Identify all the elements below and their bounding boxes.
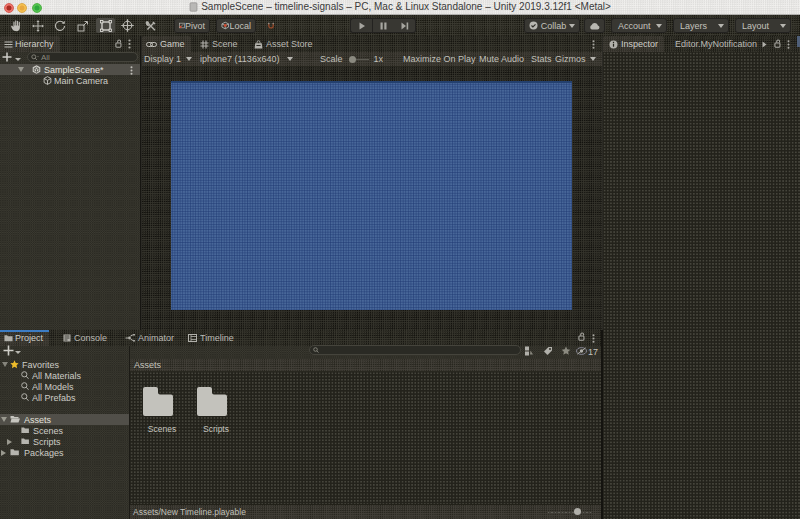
caret-down-icon	[590, 57, 596, 61]
search-by-label-icon[interactable]	[543, 346, 553, 356]
scale-slider-track[interactable]	[356, 59, 369, 60]
tree-row-main-camera[interactable]: Main Camera	[0, 75, 140, 86]
magnet-icon	[267, 22, 275, 30]
plus-icon	[3, 345, 14, 356]
rect-tool-button[interactable]	[96, 18, 115, 33]
stats-toggle[interactable]: Stats	[531, 52, 552, 66]
tab-inspector[interactable]: Inspector	[603, 36, 664, 52]
tab-console[interactable]: Console	[57, 330, 113, 346]
scale-slider[interactable]: Scale 1x	[320, 52, 383, 66]
tab-editor-mynotification[interactable]: Editor.MyNotification	[671, 36, 761, 52]
project-tabbar: Project Console Animator Timeline	[0, 330, 601, 346]
rotate-tool-button[interactable]	[51, 18, 69, 33]
tree-row-samplescene[interactable]: SampleScene*	[0, 64, 140, 75]
wrench-hammer-icon	[145, 20, 157, 32]
tree-row-all-prefabs[interactable]: All Prefabs	[0, 392, 129, 403]
favorites-foldout-icon[interactable]	[2, 362, 8, 367]
packages-foldout-icon[interactable]	[1, 450, 6, 456]
step-button[interactable]	[394, 18, 416, 33]
pause-button[interactable]	[372, 18, 395, 33]
favorites-star-icon	[10, 360, 19, 369]
tree-row-assets[interactable]: Assets	[0, 414, 129, 425]
scale-tool-button[interactable]	[74, 18, 92, 33]
mute-audio-toggle[interactable]: Mute Audio	[479, 52, 524, 66]
search-by-type-icon[interactable]	[524, 346, 534, 356]
game-menu-icon[interactable]	[592, 40, 595, 49]
lock-icon[interactable]	[115, 39, 122, 48]
hand-tool-button[interactable]	[6, 18, 24, 33]
lock-icon	[774, 39, 781, 48]
game-tab-icon	[146, 41, 157, 48]
move-tool-button[interactable]	[29, 18, 47, 33]
tree-row-all-materials[interactable]: All Materials	[0, 370, 129, 381]
all-models-label: All Models	[32, 382, 74, 392]
save-search-star-icon[interactable]	[561, 346, 571, 356]
cloud-button[interactable]	[584, 18, 605, 33]
stats-label: Stats	[531, 54, 552, 64]
project-toolbar: 17	[0, 346, 601, 359]
tab-asset-store[interactable]: Asset Store	[248, 36, 319, 52]
close-window-button[interactable]	[4, 3, 14, 13]
tree-row-all-models[interactable]: All Models	[0, 381, 129, 392]
account-dropdown[interactable]: Account	[611, 18, 667, 33]
zoom-window-button[interactable]	[32, 3, 42, 13]
resolution-dropdown[interactable]: iphone7 (1136x640)	[200, 52, 293, 66]
tree-row-scripts[interactable]: Scripts	[0, 436, 129, 447]
tab-game[interactable]: Game	[142, 36, 191, 52]
breadcrumb-assets[interactable]: Assets	[134, 360, 161, 370]
local-toggle[interactable]: Local	[216, 18, 256, 33]
folder-tile-label: Scripts	[195, 424, 237, 434]
project-create-button[interactable]	[3, 345, 14, 356]
gizmos-dropdown[interactable]: Gizmos	[555, 52, 596, 66]
collab-dropdown[interactable]: Collab	[524, 18, 580, 33]
assets-foldout-icon[interactable]	[1, 417, 7, 422]
game-viewport[interactable]	[142, 67, 602, 330]
display-dropdown[interactable]: Display 1	[144, 52, 192, 66]
play-button[interactable]	[350, 18, 372, 33]
transform-tool-button[interactable]	[118, 18, 136, 33]
hidden-count-eye-icon[interactable]	[576, 347, 587, 355]
tree-row-favorites[interactable]: Favorites	[0, 359, 129, 370]
scale-slider-knob[interactable]	[349, 56, 356, 63]
pivot-toggle[interactable]: Pivot	[174, 18, 210, 33]
inspector-lock-icon[interactable]	[774, 39, 781, 48]
tab-animator[interactable]: Animator	[119, 330, 180, 346]
tab-timeline[interactable]: Timeline	[182, 330, 240, 346]
tab-scroll-arrow-icon[interactable]	[762, 41, 767, 48]
layout-dropdown[interactable]: Layout	[735, 18, 791, 33]
tab-project[interactable]: Project	[0, 330, 49, 346]
project-tab-icon	[4, 334, 13, 342]
hierarchy-menu-icon[interactable]	[128, 39, 131, 49]
tab-hierarchy[interactable]: Hierarchy	[0, 36, 60, 52]
minimize-window-button[interactable]	[17, 3, 27, 13]
icon-size-slider-track[interactable]	[548, 512, 592, 514]
grid-snap-icon[interactable]	[263, 18, 279, 33]
tab-scene[interactable]: Scene	[194, 36, 244, 52]
tree-row-packages[interactable]: Packages	[0, 447, 129, 458]
foldout-open-icon[interactable]	[18, 67, 24, 72]
icon-size-slider-knob[interactable]	[574, 508, 581, 515]
inspector-menu-icon[interactable]	[787, 40, 790, 49]
project-menu-icon[interactable]	[592, 334, 595, 343]
lock-icon	[115, 39, 122, 48]
console-tab-icon	[63, 334, 71, 342]
create-menu-button[interactable]	[2, 52, 12, 62]
project-search-input[interactable]	[309, 345, 521, 355]
folder-tile-scenes[interactable]: Scenes	[141, 386, 183, 434]
maximize-on-play-toggle[interactable]: Maximize On Play	[403, 52, 476, 66]
tree-row-scenes[interactable]: Scenes	[0, 425, 129, 436]
scene-menu-icon[interactable]	[130, 66, 133, 75]
layers-dropdown[interactable]: Layers	[673, 18, 729, 33]
project-tree: Favorites All Materials All Models All P…	[0, 359, 129, 519]
custom-tool-button[interactable]	[142, 18, 160, 33]
scripts-foldout-icon[interactable]	[7, 439, 12, 445]
folder-tile-scripts[interactable]: Scripts	[195, 386, 237, 434]
hierarchy-search-input[interactable]: All	[27, 52, 138, 62]
scenes-label: Scenes	[33, 426, 63, 436]
tag-icon	[543, 346, 553, 356]
search-icon	[31, 54, 39, 61]
query-icon	[21, 382, 29, 391]
project-lock-icon[interactable]	[578, 332, 585, 341]
scale-value: 1x	[374, 54, 384, 64]
plus-icon	[2, 52, 12, 62]
